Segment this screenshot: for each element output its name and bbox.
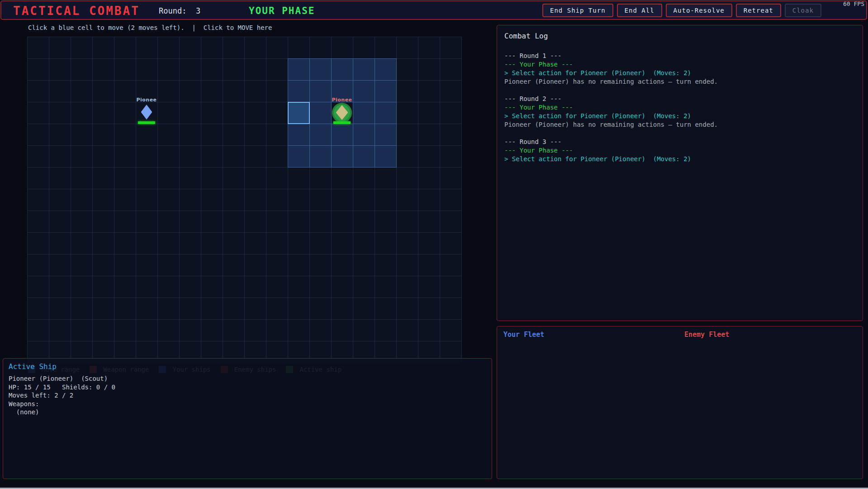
topbar-buttons: End Ship Turn End All Auto-Resolve Retre… [542, 4, 821, 17]
log-line: > Select action for Pioneer (Pioneer) (M… [504, 112, 855, 120]
log-line [504, 129, 855, 138]
auto-resolve-button[interactable]: Auto-Resolve [666, 4, 732, 17]
active-ship-name: Pioneer (Pioneer) (Scout) [9, 374, 486, 383]
round-indicator: Round: 3 [159, 6, 200, 15]
ship-label: Pionee [332, 97, 352, 103]
log-line: --- Your Phase --- [504, 103, 855, 112]
game-title: TACTICAL COMBAT [13, 4, 140, 18]
active-ship-hp: HP: 15 / 15 Shields: 0 / 0 [9, 383, 486, 392]
log-line: --- Your Phase --- [504, 146, 855, 155]
ship-label: Pionee [136, 97, 157, 103]
active-selection-ring [332, 103, 352, 123]
ship-pioneer-active[interactable]: Pionee [331, 102, 353, 124]
fleet-panel: Your Fleet Enemy Fleet [497, 326, 863, 479]
ship-hp-bar [138, 121, 155, 124]
log-line: --- Round 2 --- [504, 95, 855, 103]
combat-log-panel: Combat Log --- Round 1 --- --- Your Phas… [497, 25, 863, 321]
end-all-button[interactable]: End All [617, 4, 662, 17]
ship-hp-bar [333, 121, 351, 124]
ship-diamond-icon [336, 105, 348, 120]
top-bar: TACTICAL COMBAT Round: 3 YOUR PHASE End … [0, 0, 867, 20]
active-ship-moves: Moves left: 2 / 2 [9, 391, 486, 400]
log-line: > Select action for Pioneer (Pioneer) (M… [504, 69, 855, 77]
cloak-button: Cloak [785, 4, 821, 17]
move-hint-text: Click a blue cell to move (2 moves left)… [28, 24, 272, 31]
tactical-combat-screen: TACTICAL COMBAT Round: 3 YOUR PHASE End … [0, 0, 868, 489]
enemy-fleet-header: Enemy Fleet [684, 331, 729, 339]
combat-log-lines: --- Round 1 --- --- Your Phase --- > Sel… [504, 52, 855, 163]
retreat-button[interactable]: Retreat [736, 4, 781, 17]
active-ship-title: Active Ship [9, 362, 486, 371]
log-line: Pioneer (Pioneer) has no remaining actio… [504, 120, 855, 129]
battle-grid[interactable]: Pionee Pionee [27, 37, 462, 363]
ship-diamond-icon [141, 105, 152, 120]
active-ship-weapons-label: Weapons: [9, 400, 486, 408]
move-target-cell[interactable] [288, 102, 310, 124]
ship-pioneer[interactable]: Pionee [136, 102, 157, 124]
active-ship-panel: Active Ship Pioneer (Pioneer) (Scout) HP… [3, 358, 492, 479]
phase-indicator: YOUR PHASE [249, 5, 315, 16]
log-line: --- Your Phase --- [504, 60, 855, 69]
your-fleet-header: Your Fleet [503, 331, 544, 339]
end-ship-turn-button[interactable]: End Ship Turn [542, 4, 613, 17]
log-line: > Select action for Pioneer (Pioneer) (M… [504, 155, 855, 163]
fps-counter: 60 FPS [843, 0, 864, 7]
combat-log-title: Combat Log [504, 32, 855, 40]
log-line: --- Round 3 --- [504, 138, 855, 146]
log-line: --- Round 1 --- [504, 52, 855, 60]
active-ship-weapons-value: (none) [9, 408, 486, 417]
log-line [504, 86, 855, 95]
log-line: Pioneer (Pioneer) has no remaining actio… [504, 77, 855, 86]
